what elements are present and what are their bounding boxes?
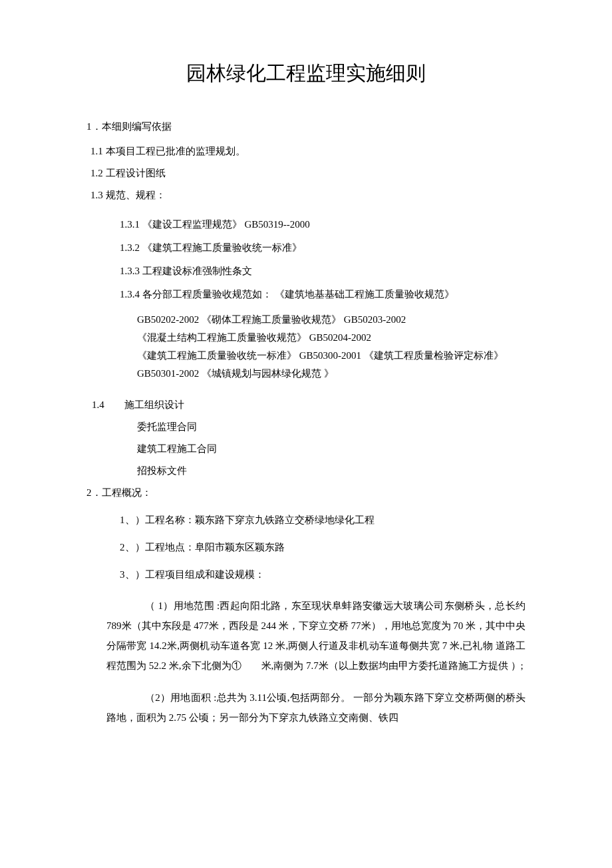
paragraph-3-2: （2）用地面积 :总共为 3.11公顷,包括两部分。 一部分为颖东路下穿立交桥两…	[86, 688, 526, 728]
section-1-header: 1．本细则编写依据	[86, 120, 526, 133]
item-1-3-4: 1.3.4 各分部工程质量验收规范如： 《建筑地基基础工程施工质量验收规范》	[86, 288, 526, 302]
item-1-3-2: 1.3.2 《建筑工程施工质量验收统一标准》	[86, 241, 526, 255]
item-2-2: 2、）工程地点：阜阳市颖东区颖东路	[86, 541, 526, 554]
item-1-4: 1.4 施工组织设计	[86, 399, 526, 411]
document-title: 园林绿化工程监理实施细则	[86, 60, 526, 87]
paragraph-3-1: （ 1）用地范围 :西起向阳北路，东至现状阜蚌路安徽远大玻璃公司东侧桥头，总长约…	[86, 596, 526, 676]
item-1-3: 1.3 规范、规程：	[86, 189, 526, 202]
item-2-3: 3、）工程项目组成和建设规模：	[86, 568, 526, 581]
section-2-header: 2．工程概况：	[86, 487, 526, 499]
item-1-3-1: 1.3.1 《建设工程监理规范》 GB50319--2000	[86, 218, 526, 232]
item-1-3-3: 1.3.3 工程建设标准强制性条文	[86, 264, 526, 278]
item-2-1: 1、）工程名称：颖东路下穿京九铁路立交桥绿地绿化工程	[86, 514, 526, 527]
item-1-1: 1.1 本项目工程已批准的监理规划。	[86, 145, 526, 158]
item-1-2: 1.2 工程设计图纸	[86, 167, 526, 180]
item-1-4-c: 招投标文件	[86, 465, 526, 477]
item-1-4-a: 委托监理合同	[86, 421, 526, 433]
item-1-4-b: 建筑工程施工合同	[86, 443, 526, 455]
gb-standards-block: GB50202-2002 《砌体工程施工质量验收规范》 GB50203-2002…	[86, 311, 526, 383]
